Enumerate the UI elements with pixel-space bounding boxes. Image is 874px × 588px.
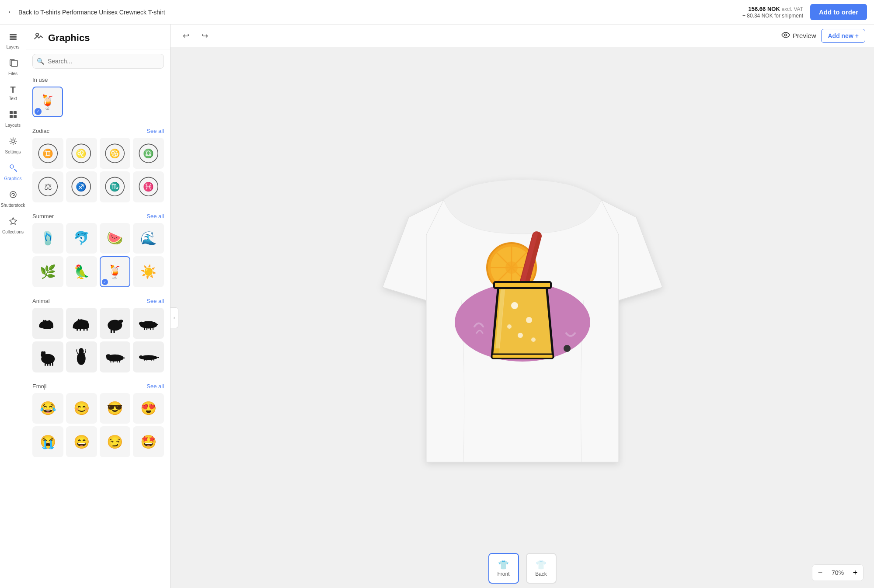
sidebar-item-settings[interactable]: Settings: [1, 133, 25, 158]
section-summer: Summer See all 🩴 🐬 🍉 🌊 🌿 🦜 🍹 ✓ ☀️: [32, 209, 164, 288]
sidebar-item-collections-label: Collections: [2, 230, 24, 234]
view-thumb-front-label: Front: [497, 571, 509, 577]
summer-item-5[interactable]: 🌿: [32, 256, 63, 287]
icon-sidebar: Layers Files T Text: [0, 24, 26, 588]
emoji-item-3[interactable]: 😎: [100, 393, 131, 424]
zodiac-item-4[interactable]: ♎: [133, 138, 164, 169]
zodiac-item-2[interactable]: ♌: [66, 138, 97, 169]
sidebar-item-files[interactable]: Files: [1, 55, 25, 80]
svg-rect-79: [492, 354, 553, 358]
svg-point-74: [505, 261, 518, 274]
sidebar-item-collections[interactable]: Collections: [1, 213, 25, 238]
emoji-item-2[interactable]: 😊: [66, 393, 97, 424]
zoom-in-button[interactable]: +: [847, 565, 863, 581]
svg-text:⚖: ⚖: [44, 182, 52, 192]
animal-item-1[interactable]: [32, 308, 63, 339]
summer-item-7[interactable]: 🍹 ✓: [100, 256, 131, 287]
svg-rect-5: [10, 111, 13, 114]
shirt-graphic[interactable]: [448, 209, 597, 366]
search-input[interactable]: [32, 54, 164, 69]
price-excl: excl. VAT: [781, 6, 803, 12]
view-thumb-front[interactable]: 👕 Front: [488, 553, 519, 584]
zodiac-item-5[interactable]: ⚖: [32, 171, 63, 202]
animal-item-7[interactable]: [100, 341, 131, 372]
emoji-item-1[interactable]: 😂: [32, 393, 63, 424]
sidebar-item-layouts[interactable]: Layouts: [1, 106, 25, 131]
svg-point-67: [564, 345, 571, 352]
add-new-button[interactable]: Add new +: [821, 29, 865, 43]
back-arrow-icon[interactable]: ←: [7, 7, 15, 17]
animal-item-3[interactable]: [100, 308, 131, 339]
layouts-icon: [8, 110, 18, 122]
emoji-item-4[interactable]: 😍: [133, 393, 164, 424]
zodiac-item-6[interactable]: ♐: [66, 171, 97, 202]
search-icon: 🔍: [37, 58, 44, 65]
see-all-animal[interactable]: See all: [146, 298, 164, 304]
back-thumbnail-icon: 👕: [536, 560, 547, 570]
topbar-right: 156.66 NOK excl. VAT + 80.34 NOK for shi…: [742, 4, 867, 20]
sidebar-item-text[interactable]: T Text: [1, 81, 25, 104]
animal-item-8[interactable]: [133, 341, 164, 372]
emoji-item-8[interactable]: 🤩: [133, 426, 164, 457]
price-shipment: + 80.34 NOK for shipment: [742, 13, 803, 19]
redo-button[interactable]: ↪: [198, 28, 212, 43]
zodiac-item-7[interactable]: ♏: [100, 171, 131, 202]
svg-rect-63: [151, 359, 152, 361]
sidebar-item-settings-label: Settings: [5, 150, 21, 154]
svg-rect-47: [45, 362, 46, 365]
svg-text:♊: ♊: [42, 148, 53, 159]
view-thumb-back[interactable]: 👕 Back: [526, 553, 557, 584]
sidebar-item-layouts-label: Layouts: [5, 123, 21, 128]
animal-item-2[interactable]: [66, 308, 97, 339]
emoji-item-7[interactable]: 😏: [100, 426, 131, 457]
main-layout: Layers Files T Text: [0, 24, 874, 588]
svg-rect-0: [10, 34, 17, 35]
svg-point-65: [785, 34, 787, 36]
sidebar-item-text-label: Text: [9, 96, 17, 101]
svg-text:♋: ♋: [109, 148, 120, 159]
svg-rect-30: [80, 328, 81, 331]
svg-rect-58: [119, 361, 120, 363]
svg-point-52: [79, 348, 84, 355]
sidebar-item-shutterstock[interactable]: Shutterstock: [1, 186, 25, 211]
add-to-order-button[interactable]: Add to order: [810, 4, 867, 20]
summer-item-6[interactable]: 🦜: [66, 256, 97, 287]
summer-item-2[interactable]: 🐬: [66, 223, 97, 254]
in-use-item-drink[interactable]: 🍹 ✓: [32, 87, 63, 117]
see-all-emoji[interactable]: See all: [146, 383, 164, 390]
summer-item-3[interactable]: 🍉: [100, 223, 131, 254]
sidebar-item-graphics[interactable]: Graphics: [1, 160, 25, 184]
animal-item-6[interactable]: [66, 341, 97, 372]
summer-item-1[interactable]: 🩴: [32, 223, 63, 254]
svg-point-10: [10, 165, 14, 168]
canvas-viewport[interactable]: ‹: [171, 47, 874, 588]
zodiac-item-8[interactable]: ♓: [133, 171, 164, 202]
zodiac-item-3[interactable]: ♋: [100, 138, 131, 169]
svg-rect-35: [111, 329, 112, 333]
emoji-item-6[interactable]: 😄: [66, 426, 97, 457]
panel-header: Graphics: [26, 24, 170, 49]
animal-item-4[interactable]: [133, 308, 164, 339]
sidebar-item-layers[interactable]: Layers: [1, 28, 25, 53]
summer-item-4[interactable]: 🌊: [133, 223, 164, 254]
svg-rect-7: [10, 115, 13, 118]
see-all-summer[interactable]: See all: [146, 213, 164, 219]
zoom-level: 70%: [828, 569, 847, 576]
plus-icon: +: [855, 32, 859, 39]
zodiac-item-1[interactable]: ♊: [32, 138, 63, 169]
undo-button[interactable]: ↩: [179, 28, 193, 43]
animal-item-5[interactable]: [32, 341, 63, 372]
zoom-out-button[interactable]: −: [812, 565, 828, 581]
svg-rect-42: [153, 328, 153, 330]
summer-item-8[interactable]: ☀️: [133, 256, 164, 287]
emoji-item-5[interactable]: 😭: [32, 426, 63, 457]
preview-button[interactable]: Preview: [781, 32, 816, 39]
canvas-bottom: 👕 Front 👕 Back: [171, 549, 874, 588]
back-label[interactable]: Back to T-shirts Performance Unisex Crew…: [18, 9, 165, 16]
see-all-zodiac[interactable]: See all: [146, 128, 164, 134]
collapse-panel-handle[interactable]: ‹: [171, 307, 178, 328]
selected-check-icon: ✓: [102, 279, 108, 285]
svg-point-81: [526, 317, 532, 323]
files-icon: [8, 58, 18, 70]
svg-text:♏: ♏: [109, 182, 120, 192]
